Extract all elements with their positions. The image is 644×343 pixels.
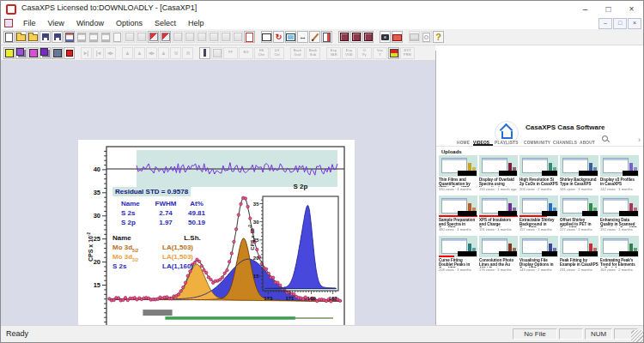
video-card[interactable]: 10:55 Estimating Peak's Trend for Elemen… [600,236,639,272]
sort-by-button[interactable]: ≡ SORT BY [602,149,638,155]
tabs-overflow-chevron[interactable]: › [638,135,641,144]
play-all-button[interactable]: PLAY ALL [471,149,501,155]
tab-videos[interactable]: VIDEOS [473,135,493,146]
resize-grip[interactable] [631,330,643,342]
annotation-history-button[interactable] [52,47,63,59]
report-spec-button[interactable] [39,47,51,59]
processing-2-button[interactable] [350,31,361,43]
menu-help[interactable]: Help [182,19,210,27]
video-card[interactable]: 11:08 Display of Overlaid Spectra using … [479,155,518,191]
notes-button[interactable] [244,31,255,43]
video-card[interactable]: 7:58 Extractable Shirley Background in C… [519,196,558,232]
intensity-calibration-button[interactable] [199,47,210,59]
video-thumbnail[interactable]: 10:44 [479,196,518,217]
components-button[interactable] [27,47,39,59]
minimize-button[interactable]: – [574,1,597,17]
channel-name[interactable]: CasaXPS Casa Software [526,123,605,131]
tab-playlists[interactable]: PLAYLISTS [495,135,522,144]
document-icon[interactable] [4,19,13,27]
processing-1-button[interactable] [338,31,349,43]
video-card[interactable]: 12:17 Shirley Background Type in CasaXPS… [560,155,598,191]
video-card[interactable]: 8:02 Display v3 Profiles in CasaXPS 142 … [600,155,639,191]
video-thumbnail[interactable]: 7:58 [519,196,558,217]
new-file-button[interactable] [3,31,15,43]
overlay-active-button[interactable] [160,31,171,43]
save-as-button[interactable] [52,31,63,43]
close-button[interactable]: × [620,1,643,17]
menu-options[interactable]: Options [110,19,149,27]
video-card[interactable]: 12:40 Curve Fitting Doublet Peaks in Cas… [439,236,477,272]
quantification-button[interactable] [3,47,15,59]
video-card[interactable]: 15:06 Enhancing Data Quality in Scanned … [600,196,639,232]
video-thumbnail[interactable]: 8:37 [519,236,558,257]
help-button[interactable]: ? [433,31,444,43]
regions-button[interactable] [15,47,27,59]
video-thumbnail[interactable]: 8:02 [600,155,639,177]
video-thumbnail[interactable]: 13:25 [439,196,477,217]
display-frame-button[interactable] [261,31,272,43]
search-icon[interactable] [602,135,608,141]
tab-home[interactable]: HOME [457,135,471,144]
video-title[interactable]: Curve Fitting Doublet Peaks in CasaXPS [439,258,477,268]
maximize-button[interactable]: □ [597,1,620,17]
video-card[interactable]: 11:29 Convolution Photo Lines and the Au… [479,236,518,272]
video-card[interactable]: 9:13 Offset Shirley applied to PET in Ca… [560,196,598,232]
video-title[interactable]: Sample Preparation and Spectra in CasaXP… [439,218,477,227]
quantify-page-button[interactable] [321,31,332,43]
overlay-spectra-button[interactable] [148,31,159,43]
delete-page-button[interactable] [64,47,75,59]
spectrum-document-canvas[interactable]: 240236232228152025303540 Residual STD = … [78,140,355,343]
video-title[interactable]: XPS of Insulators and Charge Compensatio… [479,218,518,227]
video-title[interactable]: High Resolution Si 2p CuOx in CasaXPS [519,178,558,187]
video-title[interactable]: Offset Shirley applied to PET in CasaXPS [560,218,598,227]
video-thumbnail[interactable]: 9:41 [519,155,558,177]
video-thumbnail[interactable]: 15:06 [600,196,639,217]
video-title[interactable]: Thin Films and Quantification by XPS in … [439,178,477,187]
video-title[interactable]: Display v3 Profiles in CasaXPS [600,178,639,187]
convert-file-button[interactable] [27,31,39,43]
video-thumbnail[interactable]: 12:40 [439,236,477,257]
video-thumbnail[interactable]: 10:55 [600,236,639,257]
menu-view[interactable]: View [42,19,70,27]
video-thumbnail[interactable]: 16:18 [560,236,598,257]
expand-axes-button[interactable]: ↔ [297,31,308,43]
video-title[interactable]: Visualising File Display Options in Casa… [519,258,558,268]
video-title[interactable]: Shirley Background Type in CasaXPS [560,178,598,187]
video-title[interactable]: Convolution Photo Lines and the Au 4f/5d… [479,258,518,268]
video-title[interactable]: Peak Fitting by Example in CasaXPS [560,258,598,268]
video-title[interactable]: Estimating Peak's Trend for Elements in … [600,258,639,268]
video-title[interactable]: Enhancing Data Quality in Scanned Spectr… [600,218,639,227]
processing-monitor-button[interactable] [285,31,296,43]
video-thumbnail[interactable]: 11:08 [479,155,518,177]
element-library-button[interactable] [392,31,403,43]
annotate-button[interactable] [309,31,320,43]
toggle-view-button[interactable] [388,47,399,59]
processing-3-button[interactable] [362,31,374,43]
video-card[interactable]: 16:18 Peak Fitting by Example in CasaXPS… [560,236,598,272]
snapshot-button[interactable] [380,31,391,43]
tab-community[interactable]: COMMUNITY [524,135,551,144]
video-card[interactable]: 14:32 Thin Films and Quantification by X… [439,155,477,191]
video-thumbnail[interactable]: 14:32 [439,155,477,177]
video-title[interactable]: Display of Overlaid Spectra using Normal… [479,178,518,187]
menu-window[interactable]: Window [70,19,110,27]
video-card[interactable]: 8:37 Visualising File Display Options in… [519,236,558,272]
open-file-button[interactable] [15,31,27,43]
video-card[interactable]: 10:44 XPS of Insulators and Charge Compe… [479,196,518,232]
refresh-display-button[interactable]: ↻ [273,31,284,43]
tab-channels[interactable]: CHANNELS [553,135,578,144]
s2p-inset-plot[interactable]: 1731711691671520253035 [252,190,343,303]
video-title[interactable]: Extractable Shirley Background in CasaXP… [519,218,558,227]
video-thumbnail[interactable]: 9:13 [560,196,598,217]
video-card[interactable]: 9:41 High Resolution Si 2p CuOx in CasaX… [519,155,558,191]
menu-select[interactable]: Select [149,19,182,27]
video-thumbnail[interactable]: 11:29 [479,236,518,257]
tab-about[interactable]: ABOUT [580,135,597,144]
save-file-button[interactable] [39,31,51,43]
menu-file[interactable]: File [17,19,42,27]
child-minimize-button[interactable]: – [598,18,612,29]
child-restore-button[interactable]: □ [613,18,627,29]
video-thumbnail[interactable]: 12:17 [560,155,598,177]
copy-page-button[interactable] [64,31,75,43]
video-card[interactable]: 13:25 Sample Preparation and Spectra in … [439,196,477,232]
